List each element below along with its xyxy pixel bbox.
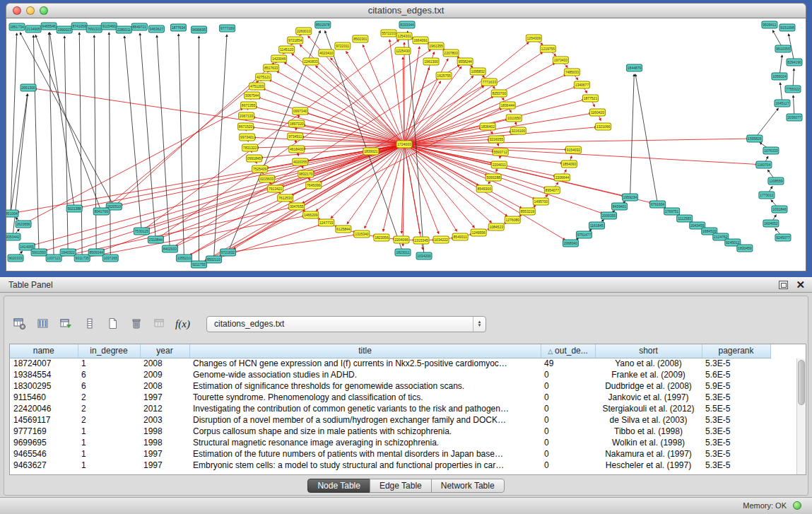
- table-cell[interactable]: Yano et al. (2008): [595, 358, 702, 369]
- graph-node[interactable]: 9973401: [240, 134, 255, 141]
- graph-edge[interactable]: [214, 35, 228, 259]
- graph-edge[interactable]: [170, 65, 459, 249]
- table-cell[interactable]: 5.3E-5: [702, 437, 770, 448]
- graph-node[interactable]: 7771633: [481, 78, 497, 86]
- graph-node[interactable]: 1037265: [102, 255, 118, 262]
- table-cell[interactable]: 2: [78, 414, 140, 426]
- graph-node[interactable]: 5593712: [493, 148, 508, 156]
- graph-edge[interactable]: [331, 58, 404, 144]
- table-cell[interactable]: 1997: [140, 392, 189, 403]
- delete-table-button[interactable]: [126, 315, 146, 333]
- table-cell[interactable]: Changes of HCN gene expression and I(f) …: [189, 358, 541, 369]
- close-panel-icon[interactable]: ✕: [796, 279, 805, 290]
- graph-node[interactable]: 0215633: [259, 175, 275, 182]
- column-header-title[interactable]: title: [189, 344, 541, 358]
- graph-node[interactable]: 1055210: [176, 255, 192, 262]
- table-cell[interactable]: Dudbridge et al. (2008): [595, 380, 702, 392]
- table-cell[interactable]: 18300295: [10, 380, 78, 392]
- table-row[interactable]: 946362711997Embryonic stem cells: a mode…: [10, 460, 770, 471]
- graph-node[interactable]: 1773012: [759, 192, 775, 199]
- table-settings-button[interactable]: [10, 315, 29, 333]
- graph-node[interactable]: 9115460: [101, 23, 117, 30]
- graph-node[interactable]: 9020333: [8, 255, 23, 262]
- export-table-button[interactable]: [57, 315, 76, 333]
- graph-node[interactable]: 8741058: [71, 23, 87, 30]
- graph-node[interactable]: 2206644: [554, 174, 570, 181]
- graph-node[interactable]: 1645127: [775, 100, 790, 107]
- tab-edge-table[interactable]: Edge Table: [370, 479, 432, 493]
- graph-node[interactable]: 9509411: [762, 21, 777, 28]
- graph-edge[interactable]: [35, 35, 101, 211]
- graph-node[interactable]: 9011735: [74, 255, 90, 262]
- table-cell[interactable]: Tourette syndrome. Phenomenology and cla…: [189, 392, 541, 403]
- graph-node[interactable]: 9832170: [298, 170, 314, 177]
- network-window-titlebar[interactable]: citations_edges.txt: [6, 3, 806, 18]
- graph-node[interactable]: 1076333: [763, 147, 779, 154]
- graph-node[interactable]: 2310844: [148, 236, 163, 243]
- network-graph[interactable]: 1851734213490594655461990023874105876913…: [6, 18, 806, 271]
- graph-node[interactable]: 2289311: [116, 26, 131, 33]
- graph-edge[interactable]: [383, 144, 404, 231]
- graph-node[interactable]: 8193044: [399, 21, 415, 28]
- graph-node[interactable]: 8849721: [131, 23, 147, 30]
- table-cell[interactable]: 0: [541, 403, 595, 414]
- minimize-button[interactable]: [26, 6, 35, 15]
- table-cell[interactable]: 1: [78, 460, 140, 471]
- graph-node[interactable]: 7645099: [306, 182, 322, 189]
- table-cell[interactable]: 0: [541, 426, 595, 437]
- graph-node[interactable]: 8671520: [238, 123, 254, 130]
- table-cell[interactable]: 0: [541, 437, 595, 448]
- graph-node[interactable]: 1340677: [574, 81, 589, 88]
- graph-edge[interactable]: [263, 88, 404, 144]
- table-cell[interactable]: 2: [78, 403, 140, 414]
- table-cell[interactable]: 0: [541, 392, 595, 403]
- table-cell[interactable]: 18724007: [10, 358, 78, 369]
- table-cell[interactable]: 0: [541, 448, 595, 460]
- graph-node[interactable]: 1254301: [396, 33, 412, 40]
- graph-node[interactable]: 1084523: [488, 223, 504, 230]
- graph-node[interactable]: 1604652: [763, 220, 779, 227]
- graph-node[interactable]: 1315340: [354, 230, 370, 238]
- graph-node[interactable]: 7485033: [564, 69, 579, 76]
- graph-edge[interactable]: [101, 81, 258, 211]
- graph-node[interactable]: 2204066: [394, 236, 409, 243]
- graph-node[interactable]: 1315345: [413, 237, 429, 244]
- table-cell[interactable]: 2: [78, 392, 140, 403]
- graph-node[interactable]: 0997340: [293, 107, 308, 115]
- graph-edge[interactable]: [404, 144, 492, 223]
- graph-node[interactable]: 1961355: [428, 42, 444, 49]
- table-cell[interactable]: 5.3E-5: [702, 392, 770, 403]
- table-cell[interactable]: Structural magnetic resonance image aver…: [189, 437, 541, 448]
- table-cell[interactable]: 2009: [140, 369, 189, 380]
- graph-edge[interactable]: [404, 144, 478, 186]
- graph-node[interactable]: 1161845: [589, 222, 604, 229]
- zoom-button[interactable]: [40, 6, 48, 15]
- graph-node[interactable]: 9751477: [576, 231, 592, 238]
- graph-edge[interactable]: [347, 144, 404, 224]
- graph-node[interactable]: 9777169: [220, 25, 235, 32]
- table-cell[interactable]: 9777169: [10, 426, 78, 437]
- table-cell[interactable]: Corpus callosum shape and size in male p…: [189, 426, 541, 437]
- graph-node[interactable]: 4751203: [249, 83, 265, 90]
- graph-node[interactable]: 8402933: [162, 245, 177, 252]
- graph-edge[interactable]: [120, 144, 404, 205]
- table-select[interactable]: citations_edges.txt ▲▼: [206, 316, 486, 332]
- graph-node[interactable]: 1959234: [623, 194, 638, 201]
- graph-node[interactable]: 1321066: [595, 123, 611, 130]
- graph-node[interactable]: 1877521: [582, 95, 598, 102]
- graph-node[interactable]: 8671355: [241, 102, 257, 109]
- graph-node[interactable]: 2009355: [601, 212, 616, 219]
- table-cell[interactable]: Franke et al. (2009): [595, 369, 702, 380]
- graph-node[interactable]: 7691321: [86, 25, 102, 33]
- graph-node[interactable]: 1225430: [395, 47, 411, 54]
- table-row[interactable]: 1830029562008Estimation of significance …: [10, 380, 770, 392]
- graph-node[interactable]: 8502978: [315, 21, 331, 28]
- graph-node[interactable]: 2260013: [296, 28, 312, 35]
- graph-node[interactable]: 1254309: [526, 35, 541, 42]
- graph-node[interactable]: 9463627: [148, 25, 164, 33]
- graph-node[interactable]: 1961300: [423, 58, 439, 65]
- table-cell[interactable]: Genome-wide association studies in ADHD.: [189, 369, 541, 380]
- table-cell[interactable]: 2012: [140, 403, 189, 414]
- graph-node[interactable]: 8549300: [476, 185, 492, 192]
- graph-node[interactable]: 8502110: [206, 256, 221, 263]
